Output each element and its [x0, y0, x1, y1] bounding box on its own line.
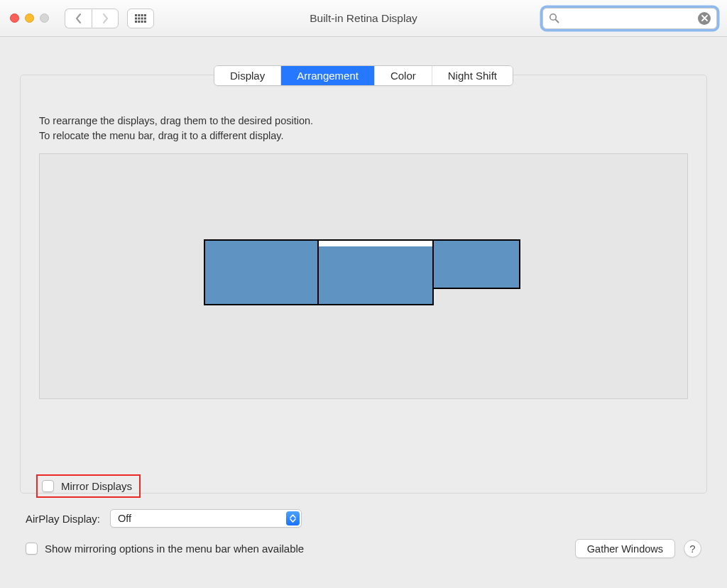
instructions: To rearrange the displays, drag them to …: [39, 114, 688, 143]
forward-button[interactable]: [92, 9, 119, 28]
display-1[interactable]: [204, 239, 319, 305]
svg-rect-0: [135, 14, 137, 16]
gather-windows-button[interactable]: Gather Windows: [575, 539, 675, 558]
svg-rect-9: [138, 21, 140, 23]
search-icon: [549, 13, 559, 23]
arrangement-panel: To rearrange the displays, drag them to …: [20, 75, 707, 494]
mirror-displays-checkbox[interactable]: [42, 480, 54, 492]
show-all-prefs-button[interactable]: [127, 9, 154, 28]
window-controls: [10, 13, 49, 23]
tab-display[interactable]: Display: [214, 66, 281, 85]
tab-arrangement[interactable]: Arrangement: [281, 66, 375, 85]
titlebar: Built-in Retina Display: [0, 0, 727, 37]
show-mirroring-label: Show mirroring options in the menu bar w…: [45, 543, 304, 555]
svg-rect-11: [144, 21, 146, 23]
svg-rect-5: [138, 17, 140, 19]
svg-rect-2: [141, 14, 143, 16]
search-input[interactable]: [564, 13, 694, 24]
nav-back-forward: [65, 9, 119, 28]
svg-line-13: [556, 20, 559, 23]
help-button[interactable]: ?: [684, 540, 701, 557]
arrangement-area[interactable]: [39, 153, 688, 399]
instructions-line2: To relocate the menu bar, drag it to a d…: [39, 129, 688, 143]
tab-color[interactable]: Color: [375, 66, 432, 85]
mirror-displays-row: Mirror Displays: [36, 474, 141, 498]
tab-bar: Display Arrangement Color Night Shift: [214, 65, 513, 86]
clear-search-icon[interactable]: [698, 12, 711, 25]
select-stepper-icon: [286, 511, 300, 526]
airplay-label: AirPlay Display:: [26, 513, 100, 525]
zoom-window-button: [40, 13, 49, 23]
back-button[interactable]: [65, 9, 92, 28]
svg-rect-4: [135, 17, 137, 19]
mirror-displays-label: Mirror Displays: [61, 480, 132, 492]
search-field[interactable]: [542, 8, 717, 29]
instructions-line1: To rearrange the displays, drag them to …: [39, 114, 688, 129]
svg-rect-6: [141, 17, 143, 19]
minimize-window-button[interactable]: [25, 13, 34, 23]
airplay-select[interactable]: Off: [110, 509, 302, 528]
svg-rect-10: [141, 21, 143, 23]
display-2[interactable]: [317, 246, 434, 305]
tab-night-shift[interactable]: Night Shift: [432, 66, 513, 85]
show-mirroring-checkbox[interactable]: [26, 543, 38, 555]
svg-rect-8: [135, 21, 137, 23]
airplay-value: Off: [118, 513, 131, 524]
svg-rect-1: [138, 14, 140, 16]
svg-rect-7: [144, 17, 146, 19]
display-3[interactable]: [432, 239, 520, 289]
svg-rect-3: [144, 14, 146, 16]
close-window-button[interactable]: [10, 13, 19, 23]
